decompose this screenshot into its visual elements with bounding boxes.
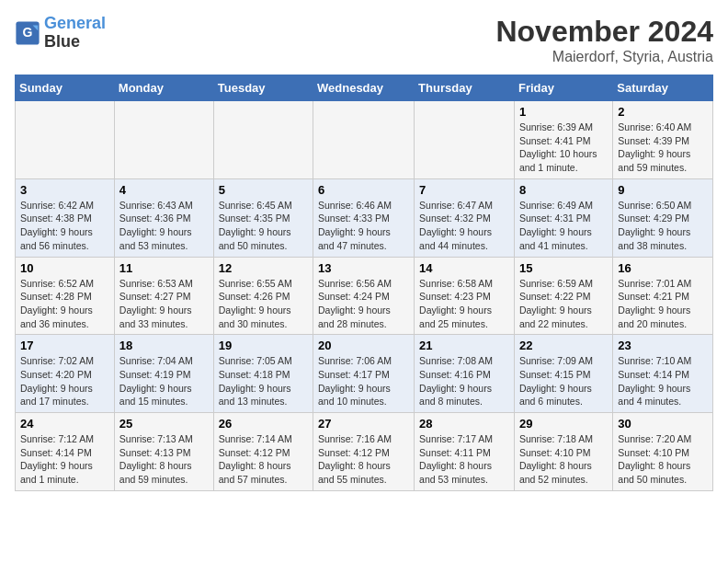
calendar-cell: 5Sunrise: 6:45 AM Sunset: 4:35 PM Daylig… xyxy=(213,178,313,257)
calendar-cell: 3Sunrise: 6:42 AM Sunset: 4:38 PM Daylig… xyxy=(16,178,115,257)
day-number: 28 xyxy=(419,417,509,431)
day-info: Sunrise: 7:16 AM Sunset: 4:12 PM Dayligh… xyxy=(318,432,409,487)
calendar-cell: 6Sunrise: 6:46 AM Sunset: 4:33 PM Daylig… xyxy=(313,178,415,257)
day-number: 10 xyxy=(20,261,109,275)
day-info: Sunrise: 7:04 AM Sunset: 4:19 PM Dayligh… xyxy=(119,354,209,408)
day-info: Sunrise: 6:59 AM Sunset: 4:22 PM Dayligh… xyxy=(519,277,608,331)
calendar-cell xyxy=(16,101,115,179)
day-number: 21 xyxy=(419,339,509,352)
calendar-cell: 22Sunrise: 7:09 AM Sunset: 4:15 PM Dayli… xyxy=(514,335,612,413)
calendar-header-row: SundayMondayTuesdayWednesdayThursdayFrid… xyxy=(16,75,713,101)
weekday-header-tuesday: Tuesday xyxy=(213,75,313,101)
calendar-week-row: 3Sunrise: 6:42 AM Sunset: 4:38 PM Daylig… xyxy=(16,178,713,257)
day-info: Sunrise: 7:10 AM Sunset: 4:14 PM Dayligh… xyxy=(618,354,708,408)
calendar-week-row: 24Sunrise: 7:12 AM Sunset: 4:14 PM Dayli… xyxy=(16,413,713,491)
day-info: Sunrise: 7:09 AM Sunset: 4:15 PM Dayligh… xyxy=(519,354,608,408)
day-number: 3 xyxy=(20,183,109,197)
calendar-table: SundayMondayTuesdayWednesdayThursdayFrid… xyxy=(15,75,713,491)
calendar-cell: 24Sunrise: 7:12 AM Sunset: 4:14 PM Dayli… xyxy=(16,413,115,491)
day-number: 17 xyxy=(20,339,109,352)
calendar-cell: 17Sunrise: 7:02 AM Sunset: 4:20 PM Dayli… xyxy=(16,335,115,413)
calendar-cell xyxy=(415,101,515,179)
day-number: 19 xyxy=(219,339,308,352)
day-number: 25 xyxy=(119,417,209,431)
calendar-cell xyxy=(114,101,213,179)
calendar-cell: 29Sunrise: 7:18 AM Sunset: 4:10 PM Dayli… xyxy=(514,413,612,491)
day-info: Sunrise: 7:01 AM Sunset: 4:21 PM Dayligh… xyxy=(618,277,708,331)
calendar-cell: 15Sunrise: 6:59 AM Sunset: 4:22 PM Dayli… xyxy=(514,257,612,335)
day-info: Sunrise: 6:43 AM Sunset: 4:36 PM Dayligh… xyxy=(119,199,209,253)
day-number: 23 xyxy=(618,339,708,352)
day-number: 12 xyxy=(219,261,308,275)
page-header: G General Blue November 2024 Maierdorf, … xyxy=(15,15,713,65)
day-number: 5 xyxy=(219,183,308,197)
day-info: Sunrise: 6:45 AM Sunset: 4:35 PM Dayligh… xyxy=(219,199,308,253)
day-info: Sunrise: 7:08 AM Sunset: 4:16 PM Dayligh… xyxy=(419,354,509,408)
calendar-cell xyxy=(213,101,313,179)
day-info: Sunrise: 6:58 AM Sunset: 4:23 PM Dayligh… xyxy=(419,277,509,331)
day-number: 27 xyxy=(318,417,409,431)
day-info: Sunrise: 6:49 AM Sunset: 4:31 PM Dayligh… xyxy=(519,199,608,253)
weekday-header-friday: Friday xyxy=(514,75,612,101)
day-number: 18 xyxy=(119,339,209,352)
day-info: Sunrise: 6:46 AM Sunset: 4:33 PM Dayligh… xyxy=(318,199,409,253)
calendar-cell: 14Sunrise: 6:58 AM Sunset: 4:23 PM Dayli… xyxy=(415,257,515,335)
weekday-header-sunday: Sunday xyxy=(16,75,115,101)
day-info: Sunrise: 6:53 AM Sunset: 4:27 PM Dayligh… xyxy=(119,277,209,331)
svg-text:G: G xyxy=(23,25,33,40)
day-info: Sunrise: 6:42 AM Sunset: 4:38 PM Dayligh… xyxy=(20,199,109,253)
day-number: 24 xyxy=(20,417,109,431)
calendar-cell: 19Sunrise: 7:05 AM Sunset: 4:18 PM Dayli… xyxy=(213,335,313,413)
day-info: Sunrise: 7:20 AM Sunset: 4:10 PM Dayligh… xyxy=(618,432,708,487)
calendar-cell xyxy=(313,101,415,179)
calendar-cell: 9Sunrise: 6:50 AM Sunset: 4:29 PM Daylig… xyxy=(613,178,713,257)
weekday-header-wednesday: Wednesday xyxy=(313,75,415,101)
weekday-header-monday: Monday xyxy=(114,75,213,101)
calendar-cell: 11Sunrise: 6:53 AM Sunset: 4:27 PM Dayli… xyxy=(114,257,213,335)
day-info: Sunrise: 7:02 AM Sunset: 4:20 PM Dayligh… xyxy=(20,354,109,408)
day-info: Sunrise: 7:13 AM Sunset: 4:13 PM Dayligh… xyxy=(119,432,209,487)
calendar-cell: 28Sunrise: 7:17 AM Sunset: 4:11 PM Dayli… xyxy=(415,413,515,491)
day-info: Sunrise: 7:05 AM Sunset: 4:18 PM Dayligh… xyxy=(219,354,308,408)
logo-icon: G xyxy=(15,20,40,46)
calendar-cell: 13Sunrise: 6:56 AM Sunset: 4:24 PM Dayli… xyxy=(313,257,415,335)
calendar-cell: 10Sunrise: 6:52 AM Sunset: 4:28 PM Dayli… xyxy=(16,257,115,335)
calendar-cell: 25Sunrise: 7:13 AM Sunset: 4:13 PM Dayli… xyxy=(114,413,213,491)
day-number: 30 xyxy=(618,417,708,431)
day-info: Sunrise: 6:39 AM Sunset: 4:41 PM Dayligh… xyxy=(519,121,608,175)
day-info: Sunrise: 6:52 AM Sunset: 4:28 PM Dayligh… xyxy=(20,277,109,331)
calendar-cell: 7Sunrise: 6:47 AM Sunset: 4:32 PM Daylig… xyxy=(415,178,515,257)
day-number: 14 xyxy=(419,261,509,275)
calendar-week-row: 17Sunrise: 7:02 AM Sunset: 4:20 PM Dayli… xyxy=(16,335,713,413)
day-number: 4 xyxy=(119,183,209,197)
day-number: 15 xyxy=(519,261,608,275)
day-info: Sunrise: 7:06 AM Sunset: 4:17 PM Dayligh… xyxy=(318,354,409,408)
calendar-cell: 12Sunrise: 6:55 AM Sunset: 4:26 PM Dayli… xyxy=(213,257,313,335)
logo: G General Blue xyxy=(15,15,106,52)
day-info: Sunrise: 7:14 AM Sunset: 4:12 PM Dayligh… xyxy=(219,432,308,487)
day-info: Sunrise: 7:17 AM Sunset: 4:11 PM Dayligh… xyxy=(419,432,509,487)
calendar-cell: 21Sunrise: 7:08 AM Sunset: 4:16 PM Dayli… xyxy=(415,335,515,413)
day-info: Sunrise: 6:50 AM Sunset: 4:29 PM Dayligh… xyxy=(618,199,708,253)
title-section: November 2024 Maierdorf, Styria, Austria xyxy=(495,15,713,65)
day-number: 29 xyxy=(519,417,608,431)
day-number: 1 xyxy=(519,105,608,119)
day-number: 20 xyxy=(318,339,409,352)
calendar-cell: 1Sunrise: 6:39 AM Sunset: 4:41 PM Daylig… xyxy=(514,101,612,179)
month-title: November 2024 xyxy=(495,15,713,49)
calendar-cell: 20Sunrise: 7:06 AM Sunset: 4:17 PM Dayli… xyxy=(313,335,415,413)
location-title: Maierdorf, Styria, Austria xyxy=(495,49,713,65)
day-number: 22 xyxy=(519,339,608,352)
day-info: Sunrise: 6:40 AM Sunset: 4:39 PM Dayligh… xyxy=(618,121,708,175)
calendar-cell: 4Sunrise: 6:43 AM Sunset: 4:36 PM Daylig… xyxy=(114,178,213,257)
day-info: Sunrise: 7:12 AM Sunset: 4:14 PM Dayligh… xyxy=(20,432,109,487)
calendar-week-row: 10Sunrise: 6:52 AM Sunset: 4:28 PM Dayli… xyxy=(16,257,713,335)
day-number: 8 xyxy=(519,183,608,197)
day-number: 9 xyxy=(618,183,708,197)
calendar-cell: 2Sunrise: 6:40 AM Sunset: 4:39 PM Daylig… xyxy=(613,101,713,179)
weekday-header-thursday: Thursday xyxy=(415,75,515,101)
calendar-week-row: 1Sunrise: 6:39 AM Sunset: 4:41 PM Daylig… xyxy=(16,101,713,179)
calendar-cell: 16Sunrise: 7:01 AM Sunset: 4:21 PM Dayli… xyxy=(613,257,713,335)
weekday-header-saturday: Saturday xyxy=(613,75,713,101)
calendar-cell: 27Sunrise: 7:16 AM Sunset: 4:12 PM Dayli… xyxy=(313,413,415,491)
